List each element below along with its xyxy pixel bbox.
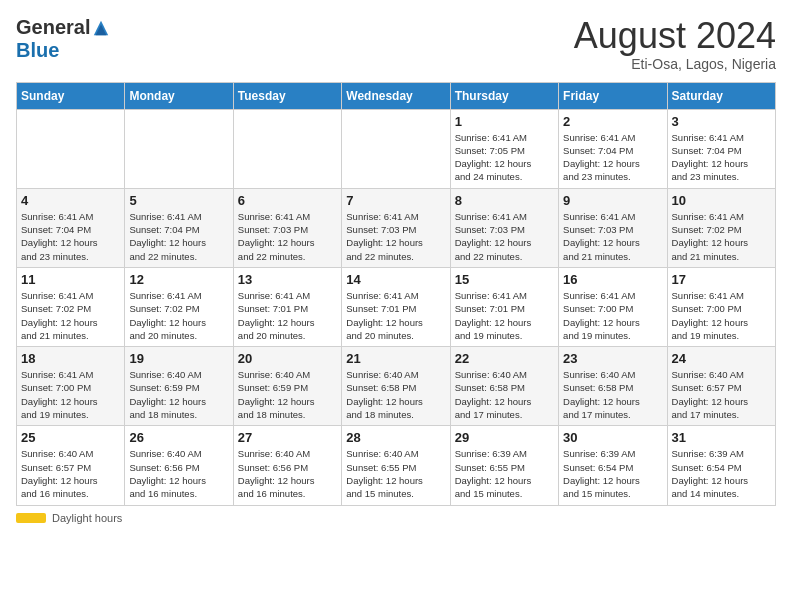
day-number: 27 xyxy=(238,430,337,445)
day-number: 28 xyxy=(346,430,445,445)
day-number: 3 xyxy=(672,114,771,129)
logo-blue-text: Blue xyxy=(16,39,59,62)
day-info: Sunrise: 6:41 AM Sunset: 7:04 PM Dayligh… xyxy=(129,210,228,263)
calendar-cell: 17Sunrise: 6:41 AM Sunset: 7:00 PM Dayli… xyxy=(667,267,775,346)
day-info: Sunrise: 6:41 AM Sunset: 7:03 PM Dayligh… xyxy=(563,210,662,263)
day-info: Sunrise: 6:40 AM Sunset: 6:58 PM Dayligh… xyxy=(563,368,662,421)
calendar-day-header: Thursday xyxy=(450,82,558,109)
day-number: 13 xyxy=(238,272,337,287)
day-number: 10 xyxy=(672,193,771,208)
day-number: 14 xyxy=(346,272,445,287)
day-number: 30 xyxy=(563,430,662,445)
calendar-week-row: 18Sunrise: 6:41 AM Sunset: 7:00 PM Dayli… xyxy=(17,347,776,426)
day-number: 23 xyxy=(563,351,662,366)
calendar-cell: 23Sunrise: 6:40 AM Sunset: 6:58 PM Dayli… xyxy=(559,347,667,426)
day-number: 18 xyxy=(21,351,120,366)
day-info: Sunrise: 6:41 AM Sunset: 7:00 PM Dayligh… xyxy=(563,289,662,342)
day-info: Sunrise: 6:40 AM Sunset: 6:59 PM Dayligh… xyxy=(238,368,337,421)
calendar-cell: 18Sunrise: 6:41 AM Sunset: 7:00 PM Dayli… xyxy=(17,347,125,426)
calendar-cell: 22Sunrise: 6:40 AM Sunset: 6:58 PM Dayli… xyxy=(450,347,558,426)
day-number: 19 xyxy=(129,351,228,366)
day-info: Sunrise: 6:41 AM Sunset: 7:05 PM Dayligh… xyxy=(455,131,554,184)
day-number: 16 xyxy=(563,272,662,287)
day-number: 17 xyxy=(672,272,771,287)
calendar-cell: 20Sunrise: 6:40 AM Sunset: 6:59 PM Dayli… xyxy=(233,347,341,426)
day-info: Sunrise: 6:41 AM Sunset: 7:03 PM Dayligh… xyxy=(455,210,554,263)
footer-note: Daylight hours xyxy=(16,512,776,524)
calendar-cell: 4Sunrise: 6:41 AM Sunset: 7:04 PM Daylig… xyxy=(17,188,125,267)
calendar-cell: 30Sunrise: 6:39 AM Sunset: 6:54 PM Dayli… xyxy=(559,426,667,505)
calendar-cell: 10Sunrise: 6:41 AM Sunset: 7:02 PM Dayli… xyxy=(667,188,775,267)
calendar-day-header: Friday xyxy=(559,82,667,109)
calendar-week-row: 4Sunrise: 6:41 AM Sunset: 7:04 PM Daylig… xyxy=(17,188,776,267)
page-header: General Blue August 2024 Eti-Osa, Lagos,… xyxy=(16,16,776,72)
calendar-cell: 13Sunrise: 6:41 AM Sunset: 7:01 PM Dayli… xyxy=(233,267,341,346)
day-info: Sunrise: 6:39 AM Sunset: 6:54 PM Dayligh… xyxy=(672,447,771,500)
calendar-cell: 31Sunrise: 6:39 AM Sunset: 6:54 PM Dayli… xyxy=(667,426,775,505)
calendar-cell: 26Sunrise: 6:40 AM Sunset: 6:56 PM Dayli… xyxy=(125,426,233,505)
day-number: 15 xyxy=(455,272,554,287)
day-info: Sunrise: 6:40 AM Sunset: 6:57 PM Dayligh… xyxy=(21,447,120,500)
day-number: 4 xyxy=(21,193,120,208)
day-number: 31 xyxy=(672,430,771,445)
daylight-label: Daylight hours xyxy=(52,512,122,524)
day-number: 21 xyxy=(346,351,445,366)
day-info: Sunrise: 6:41 AM Sunset: 7:00 PM Dayligh… xyxy=(672,289,771,342)
day-info: Sunrise: 6:41 AM Sunset: 7:02 PM Dayligh… xyxy=(21,289,120,342)
calendar-cell: 16Sunrise: 6:41 AM Sunset: 7:00 PM Dayli… xyxy=(559,267,667,346)
calendar-cell: 15Sunrise: 6:41 AM Sunset: 7:01 PM Dayli… xyxy=(450,267,558,346)
day-info: Sunrise: 6:40 AM Sunset: 6:55 PM Dayligh… xyxy=(346,447,445,500)
calendar-cell: 28Sunrise: 6:40 AM Sunset: 6:55 PM Dayli… xyxy=(342,426,450,505)
day-info: Sunrise: 6:40 AM Sunset: 6:58 PM Dayligh… xyxy=(346,368,445,421)
day-info: Sunrise: 6:41 AM Sunset: 7:04 PM Dayligh… xyxy=(21,210,120,263)
calendar-day-header: Saturday xyxy=(667,82,775,109)
day-info: Sunrise: 6:40 AM Sunset: 6:58 PM Dayligh… xyxy=(455,368,554,421)
day-info: Sunrise: 6:41 AM Sunset: 7:04 PM Dayligh… xyxy=(672,131,771,184)
day-info: Sunrise: 6:41 AM Sunset: 7:03 PM Dayligh… xyxy=(238,210,337,263)
calendar-cell: 19Sunrise: 6:40 AM Sunset: 6:59 PM Dayli… xyxy=(125,347,233,426)
day-info: Sunrise: 6:41 AM Sunset: 7:02 PM Dayligh… xyxy=(129,289,228,342)
title-section: August 2024 Eti-Osa, Lagos, Nigeria xyxy=(574,16,776,72)
day-info: Sunrise: 6:41 AM Sunset: 7:01 PM Dayligh… xyxy=(238,289,337,342)
calendar-day-header: Wednesday xyxy=(342,82,450,109)
day-number: 2 xyxy=(563,114,662,129)
calendar-cell: 25Sunrise: 6:40 AM Sunset: 6:57 PM Dayli… xyxy=(17,426,125,505)
calendar-cell xyxy=(17,109,125,188)
day-number: 24 xyxy=(672,351,771,366)
calendar-week-row: 25Sunrise: 6:40 AM Sunset: 6:57 PM Dayli… xyxy=(17,426,776,505)
day-number: 20 xyxy=(238,351,337,366)
logo: General Blue xyxy=(16,16,110,62)
logo-icon xyxy=(92,19,110,37)
calendar-cell: 2Sunrise: 6:41 AM Sunset: 7:04 PM Daylig… xyxy=(559,109,667,188)
calendar-day-header: Tuesday xyxy=(233,82,341,109)
calendar-header-row: SundayMondayTuesdayWednesdayThursdayFrid… xyxy=(17,82,776,109)
day-number: 6 xyxy=(238,193,337,208)
calendar-cell: 9Sunrise: 6:41 AM Sunset: 7:03 PM Daylig… xyxy=(559,188,667,267)
calendar-cell: 29Sunrise: 6:39 AM Sunset: 6:55 PM Dayli… xyxy=(450,426,558,505)
day-number: 11 xyxy=(21,272,120,287)
calendar-cell: 11Sunrise: 6:41 AM Sunset: 7:02 PM Dayli… xyxy=(17,267,125,346)
calendar-week-row: 11Sunrise: 6:41 AM Sunset: 7:02 PM Dayli… xyxy=(17,267,776,346)
day-info: Sunrise: 6:40 AM Sunset: 6:56 PM Dayligh… xyxy=(238,447,337,500)
calendar-cell: 7Sunrise: 6:41 AM Sunset: 7:03 PM Daylig… xyxy=(342,188,450,267)
calendar-cell: 24Sunrise: 6:40 AM Sunset: 6:57 PM Dayli… xyxy=(667,347,775,426)
day-number: 5 xyxy=(129,193,228,208)
calendar-cell: 27Sunrise: 6:40 AM Sunset: 6:56 PM Dayli… xyxy=(233,426,341,505)
calendar-cell: 5Sunrise: 6:41 AM Sunset: 7:04 PM Daylig… xyxy=(125,188,233,267)
calendar-cell xyxy=(233,109,341,188)
day-number: 25 xyxy=(21,430,120,445)
day-info: Sunrise: 6:41 AM Sunset: 7:03 PM Dayligh… xyxy=(346,210,445,263)
day-info: Sunrise: 6:40 AM Sunset: 6:57 PM Dayligh… xyxy=(672,368,771,421)
calendar-cell: 21Sunrise: 6:40 AM Sunset: 6:58 PM Dayli… xyxy=(342,347,450,426)
day-number: 8 xyxy=(455,193,554,208)
calendar-table: SundayMondayTuesdayWednesdayThursdayFrid… xyxy=(16,82,776,506)
day-info: Sunrise: 6:40 AM Sunset: 6:56 PM Dayligh… xyxy=(129,447,228,500)
day-info: Sunrise: 6:41 AM Sunset: 7:01 PM Dayligh… xyxy=(346,289,445,342)
calendar-cell xyxy=(125,109,233,188)
day-info: Sunrise: 6:40 AM Sunset: 6:59 PM Dayligh… xyxy=(129,368,228,421)
day-number: 7 xyxy=(346,193,445,208)
day-number: 1 xyxy=(455,114,554,129)
calendar-cell: 1Sunrise: 6:41 AM Sunset: 7:05 PM Daylig… xyxy=(450,109,558,188)
day-info: Sunrise: 6:39 AM Sunset: 6:54 PM Dayligh… xyxy=(563,447,662,500)
calendar-cell xyxy=(342,109,450,188)
